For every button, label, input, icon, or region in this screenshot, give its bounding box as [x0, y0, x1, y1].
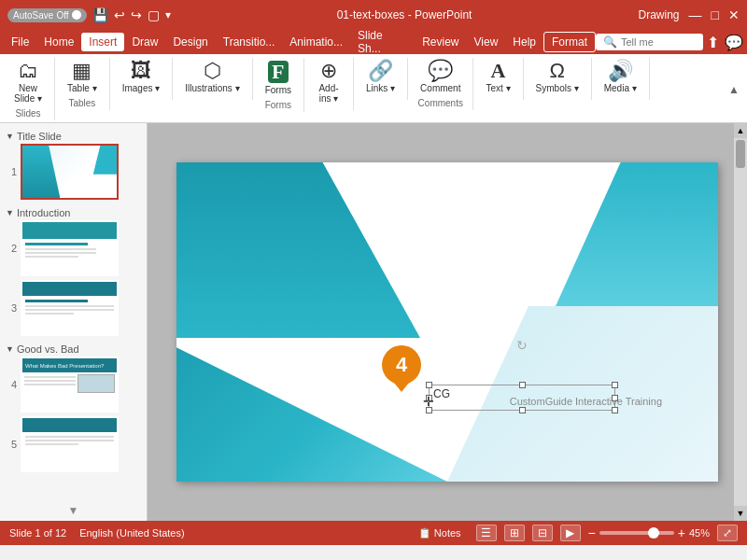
section-label-2: Introduction: [17, 207, 70, 218]
menu-slideshow[interactable]: Slide Sh...: [350, 26, 415, 58]
scroll-vertical[interactable]: ▲ ▼: [734, 123, 747, 521]
quick-access-toolbar: 💾 ↩ ↪ ▢ ▾: [92, 7, 171, 22]
symbols-button[interactable]: Ω Symbols ▾: [531, 58, 584, 96]
handle-top-right[interactable]: [612, 382, 618, 388]
menu-animation[interactable]: Animatio...: [282, 33, 350, 51]
addins-label: Add-ins ▾: [318, 83, 338, 104]
thumb3-line2: [25, 309, 114, 311]
table-button[interactable]: ▦ Table ▾: [63, 58, 102, 96]
redo-icon[interactable]: ↪: [131, 7, 142, 22]
close-btn[interactable]: ✕: [728, 7, 740, 22]
view-grid-btn[interactable]: ⊞: [504, 525, 525, 541]
section-label-3: Good vs. Bad: [17, 343, 79, 355]
menu-transition[interactable]: Transitio...: [216, 33, 283, 51]
view-normal-btn[interactable]: ☰: [476, 525, 497, 541]
zoom-bar: − + 45%: [588, 525, 710, 540]
zoom-out-btn[interactable]: −: [588, 525, 596, 540]
comment-nav-icon[interactable]: 💬: [725, 34, 743, 51]
handle-bot-mid[interactable]: [519, 407, 526, 413]
panel-scroll-down[interactable]: ▼: [68, 504, 79, 517]
slide-num-4: 4: [4, 379, 17, 390]
fit-slide-btn[interactable]: ⤢: [717, 525, 738, 541]
presentation-mode-icon[interactable]: ▢: [148, 7, 160, 22]
customguide-text: CustomGuide Interactive Training: [510, 396, 662, 407]
new-slide-label: NewSlide ▾: [14, 83, 42, 104]
thumb3-line1: [25, 305, 114, 307]
ribbon-scroll-up[interactable]: ▲: [726, 83, 741, 96]
handle-mid-left[interactable]: [426, 395, 432, 401]
search-input[interactable]: [621, 36, 696, 48]
slide-thumb-1[interactable]: [21, 144, 119, 200]
view-slideshow-btn[interactable]: ▶: [560, 525, 581, 541]
slide-thumb-3[interactable]: [21, 280, 119, 336]
slide-thumb-1-teal-left: [22, 146, 60, 198]
slide-thumb-5-body: [22, 432, 117, 449]
slide-canvas[interactable]: 4 ↻ ✛ CG CustomGuide Interactive: [176, 162, 718, 482]
scroll-thumb-v[interactable]: [736, 140, 745, 168]
slide-thumb-4[interactable]: What Makes Bad Presentation?: [21, 357, 119, 413]
ribbon-group-images: 🖼 Images ▾: [114, 58, 174, 100]
comment-label: Comment: [420, 83, 460, 93]
slide-thumb-5-header: [22, 418, 117, 432]
thumb4-img: [78, 374, 115, 393]
drawing-tab-label: Drawing: [639, 8, 680, 21]
handle-bot-left[interactable]: [426, 407, 432, 413]
forms-group-label: Forms: [265, 100, 291, 110]
ribbon-group-text-items: A Text ▾: [481, 58, 514, 96]
ribbon-group-media-items: 🔊 Media ▾: [599, 58, 641, 96]
slide-thumb-2-header: [22, 222, 117, 239]
thumb4-header-text: What Makes Bad Presentation?: [25, 363, 104, 369]
rotate-handle[interactable]: ↻: [516, 338, 528, 349]
zoom-level: 45%: [689, 527, 710, 539]
notes-tab[interactable]: 📋 Notes: [411, 525, 469, 541]
forms-label: Forms: [265, 85, 291, 95]
handle-top-mid[interactable]: [519, 382, 526, 388]
menu-draw[interactable]: Draw: [124, 33, 165, 51]
links-button[interactable]: 🔗 Links ▾: [361, 58, 400, 96]
thumb4-col1: [24, 374, 76, 393]
ribbon-group-images-items: 🖼 Images ▾: [118, 58, 165, 96]
images-button[interactable]: 🖼 Images ▾: [118, 58, 165, 96]
view-reading-btn[interactable]: ⊟: [532, 525, 553, 541]
forms-button[interactable]: F Forms: [261, 58, 296, 98]
autosave-toggle[interactable]: AutoSave Off: [7, 8, 87, 22]
save-icon[interactable]: 💾: [92, 7, 108, 22]
share-icon[interactable]: ⬆: [707, 34, 719, 51]
ribbon: 🗂 NewSlide ▾ Slides ▦ Table ▾ Tables 🖼 I…: [0, 54, 747, 123]
handle-top-left[interactable]: [426, 382, 432, 388]
menu-help[interactable]: Help: [505, 33, 543, 51]
comment-button[interactable]: 💬 Comment: [416, 58, 465, 96]
menu-review[interactable]: Review: [415, 33, 466, 51]
menu-insert[interactable]: Insert: [81, 33, 124, 51]
slide-row-3: 3: [4, 280, 143, 336]
slide-thumb-2[interactable]: [21, 220, 119, 276]
menu-file[interactable]: File: [4, 33, 36, 51]
undo-icon[interactable]: ↩: [114, 7, 125, 22]
scroll-track-v: [734, 138, 747, 506]
ribbon-group-slides: 🗂 NewSlide ▾ Slides: [6, 58, 55, 120]
menu-view[interactable]: View: [467, 33, 506, 51]
illustrations-button[interactable]: ⬡ Illustrations ▾: [180, 58, 244, 96]
text-button[interactable]: A Text ▾: [481, 58, 514, 96]
menu-home[interactable]: Home: [36, 33, 81, 51]
zoom-in-btn[interactable]: +: [678, 525, 685, 540]
slide-thumb-5[interactable]: [21, 416, 119, 472]
section-label-1: Title Slide: [17, 131, 62, 142]
minimize-btn[interactable]: —: [689, 7, 702, 22]
media-button[interactable]: 🔊 Media ▾: [599, 58, 641, 96]
new-slide-button[interactable]: 🗂 NewSlide ▾: [9, 58, 47, 106]
autosave-label: AutoSave: [13, 10, 53, 21]
step-badge: 4: [382, 345, 421, 385]
addins-button[interactable]: ⊕ Add-ins ▾: [312, 58, 345, 106]
scroll-down-btn[interactable]: ▼: [734, 506, 747, 521]
title-bar-right: Drawing — □ ✕: [639, 7, 740, 22]
menu-format[interactable]: Format: [543, 32, 596, 52]
handle-bot-right[interactable]: [612, 407, 618, 413]
menu-design[interactable]: Design: [165, 33, 215, 51]
zoom-slider[interactable]: [599, 531, 674, 535]
slide-thumb-1-bg: [22, 146, 117, 198]
maximize-btn[interactable]: □: [712, 7, 719, 22]
ribbon-group-addins-items: ⊕ Add-ins ▾: [312, 58, 345, 106]
scroll-up-btn[interactable]: ▲: [734, 123, 747, 138]
ribbon-group-tables-items: ▦ Table ▾: [63, 58, 102, 96]
